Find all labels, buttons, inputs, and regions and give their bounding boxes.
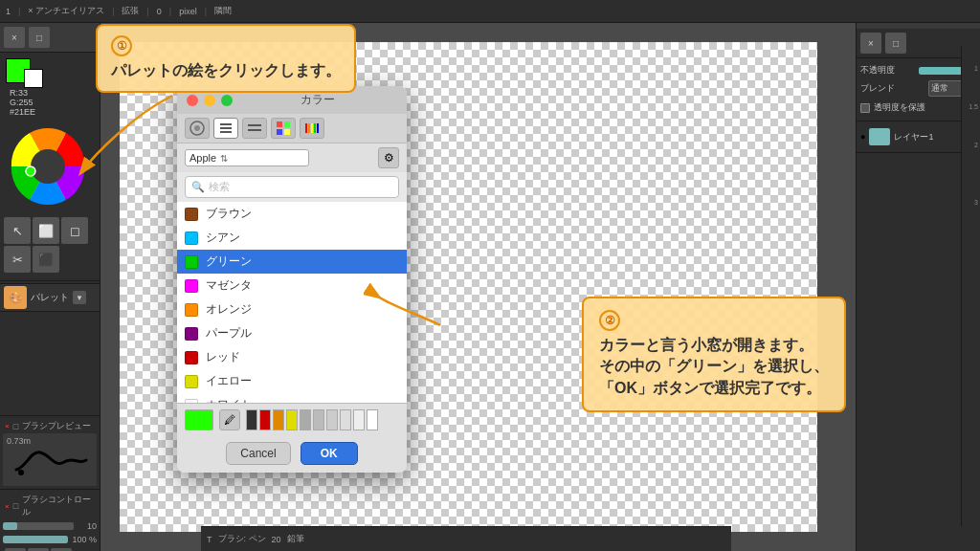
brush-preview-content: 0.73m [3,433,97,486]
bottom-tool-row: ✏ ◻ ~ [3,546,97,551]
toolbar-palette-btn[interactable] [271,118,296,139]
color-item-orange[interactable]: オレンジ [177,298,407,321]
close-icon-small[interactable]: × [5,422,10,430]
ruler-2: 2 [974,142,978,148]
close-icon-brush[interactable]: × [5,502,10,511]
brush-size-label: 0.73m [7,436,31,446]
swatch-black[interactable] [246,409,257,430]
color-name-brown: ブラウン [206,206,252,222]
move-tool[interactable]: ↖ [4,217,31,244]
sidebar-expand-btn[interactable]: □ [29,27,50,48]
swatch-gray5[interactable] [353,409,365,430]
swatch-white[interactable] [367,409,378,430]
swatch-gray4[interactable] [340,409,351,430]
callout-2-number: ② [599,310,620,331]
swatch-gray2[interactable] [313,409,324,430]
color-item-magenta[interactable]: マゼンタ [177,274,407,298]
bottom-bar: T ブラシ: ペン 20 鉛筆 [201,526,731,551]
dialog-search-field[interactable]: 🔍 検索 [185,176,399,198]
color-dot-purple [185,327,198,341]
color-item-red[interactable]: レッド [177,345,407,369]
color-dialog: カラー [177,86,407,473]
right-expand-btn[interactable]: □ [885,33,906,54]
crop-tool[interactable]: ✂ [4,246,31,273]
size-slider[interactable] [3,522,74,530]
brush-control-label: ブラシコントロール [22,494,95,518]
svg-rect-8 [220,127,232,129]
palette-icon[interactable]: 🎨 [4,286,27,309]
color-item-yellow[interactable]: イエロー [177,369,407,393]
size-slider-fill [3,522,17,530]
svg-rect-11 [248,129,261,131]
swatch-gray3[interactable] [326,409,338,430]
opacity-slider[interactable] [3,536,68,543]
swatch-orange[interactable] [273,409,284,430]
toolbar-slider-btn[interactable] [242,118,267,139]
swatch-red[interactable] [259,409,271,430]
eyedropper-btn[interactable]: 🖉 [219,409,240,430]
brush-control-header: × □ ブラシコントロール [3,493,97,519]
svg-point-3 [18,470,24,475]
swatch-yellow[interactable] [286,409,298,430]
color-swatches-area: R:33 G:255 #21EE [0,53,100,124]
size-val: 10 [78,521,97,531]
expand-icon[interactable]: □ [13,422,18,431]
dialog-max-btn[interactable] [221,95,233,106]
dialog-toolbar [177,114,407,143]
dialog-close-btn[interactable] [187,95,198,106]
fill-tool[interactable]: ⬛ [33,246,59,273]
toolbar-wheel-btn[interactable] [185,118,210,139]
toolbar-colorful-btn[interactable] [300,118,324,139]
swatch-row [6,58,94,83]
palette-label: パレット [31,291,69,304]
callout-2: ② カラーと言う小窓が開きます。 その中の「グリーン」を選択し、 「OK」ボタン… [582,297,846,412]
ok-button[interactable]: OK [301,442,358,465]
settings-gear-btn[interactable]: ⚙ [378,147,399,168]
color-name-red: レッド [206,349,240,365]
color-item-white[interactable]: ホワイト [177,393,407,403]
protect-label: 透明度を保護 [874,101,925,114]
protect-checkbox[interactable] [860,103,870,113]
dialog-buttons: Cancel OK [177,436,407,473]
svg-rect-20 [317,123,319,133]
cancel-button[interactable]: Cancel [226,442,290,465]
divider [0,280,100,281]
color-item-cyan[interactable]: シアン [177,226,407,250]
select-tool[interactable]: ⬜ [33,217,59,244]
color-name-orange: オレンジ [206,301,252,318]
color-item-brown[interactable]: ブラウン [177,202,407,226]
adj-label: 隣間 [214,5,232,17]
color-dot-cyan [185,231,198,245]
color-r: R:33 [10,88,90,98]
svg-rect-14 [277,129,282,135]
svg-point-6 [194,125,200,131]
palette-expand[interactable]: ▼ [73,291,86,304]
background-swatch[interactable] [24,69,43,88]
search-placeholder: 検索 [209,180,230,194]
source-select[interactable]: Apple ⇅ [185,149,309,166]
selected-color-box [185,409,213,430]
color-name-green: グリーン [206,253,252,270]
expand-icon-brush[interactable]: □ [13,501,18,511]
unit-label: pixel [179,7,197,16]
lasso-tool[interactable]: ◻ [61,217,88,244]
slider-row-2: 100 % [3,533,97,546]
toolbar-list-btn[interactable] [213,118,238,139]
swatch-gray1[interactable] [300,409,311,430]
right-close-btn[interactable]: × [860,33,881,54]
color-g: G:255 [10,98,90,107]
zoom-val: 0 [157,7,162,16]
tool-row-1: ↖ ⬜ ◻ [4,217,96,244]
source-arrows-icon: ⇅ [220,153,228,164]
ruler-1-5: 1.5 [969,103,978,110]
right-sidebar: × □ 不透明度 ブレンド 通常 透明度を保護 ● [856,23,980,551]
svg-point-2 [26,166,35,176]
top-bar-num: 1 [6,7,11,16]
brush-preview-panel: × □ ブラシプレビュー 0.73m [0,415,100,489]
color-item-purple[interactable]: パープル [177,321,407,345]
sidebar-close-btn[interactable]: × [4,27,25,48]
color-dot-yellow [185,375,198,388]
dialog-min-btn[interactable] [204,95,215,106]
color-name-magenta: マゼンタ [206,277,252,294]
color-item-green[interactable]: グリーン [177,250,407,274]
